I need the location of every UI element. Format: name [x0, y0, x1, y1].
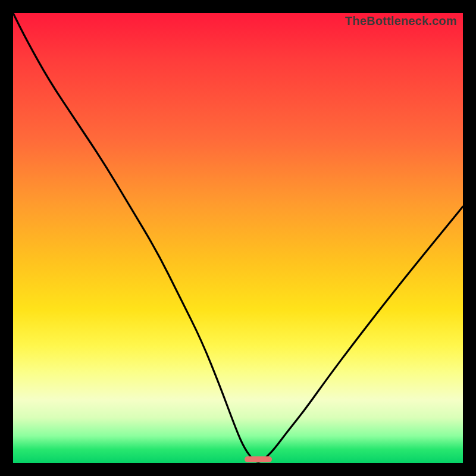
bottleneck-curve	[13, 13, 463, 463]
plot-area: TheBottleneck.com	[13, 13, 463, 463]
curve-path	[13, 13, 463, 462]
chart-frame: TheBottleneck.com	[0, 0, 476, 476]
optimal-marker	[245, 456, 271, 462]
